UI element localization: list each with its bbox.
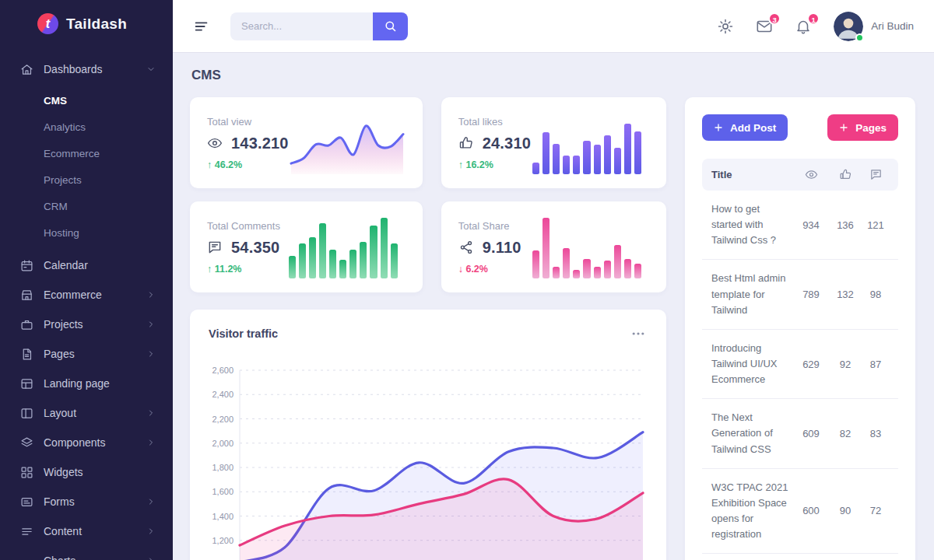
post-row[interactable]: W3C TPAC 2021 Exhibition Space opens for… <box>702 469 898 555</box>
card-menu-button[interactable] <box>630 325 648 342</box>
sidebar-item-label: Ecommerce <box>44 289 102 301</box>
forms-icon <box>20 495 33 509</box>
stat-card-total-share: Total Share 9.110 ↓ 6.2% <box>441 201 666 292</box>
widgets-icon <box>20 466 33 479</box>
sidebar-item-label: Calendar <box>44 259 88 271</box>
stat-delta: ↓ 6.2% <box>458 264 521 275</box>
stat-label: Total likes <box>458 116 531 128</box>
bar <box>604 261 611 278</box>
svg-text:2,200: 2,200 <box>212 415 234 424</box>
sidebar-item-ecommerce[interactable]: Ecommerce <box>0 280 173 310</box>
stat-card-total-comments: Total Comments 54.350 ↑ 11.2% <box>190 201 423 292</box>
post-views: 934 <box>802 219 820 231</box>
add-post-button[interactable]: Add Post <box>702 114 788 141</box>
post-likes: 82 <box>840 428 851 439</box>
sidebar-subitem-analytics[interactable]: Analytics <box>0 114 173 140</box>
chevron-right-icon <box>146 497 156 506</box>
sidebar-item-widgets[interactable]: Widgets <box>0 457 173 487</box>
sidebar-item-projects[interactable]: Projects <box>0 310 173 339</box>
components-icon <box>20 436 33 450</box>
post-row[interactable]: Minecraft Wild Update's Deep 529 72 81 <box>702 554 898 560</box>
stat-delta: ↑ 16.2% <box>458 159 531 170</box>
comment-icon <box>207 240 223 255</box>
post-views: 789 <box>802 289 820 300</box>
stat-label: Total Share <box>458 220 521 232</box>
search-button[interactable] <box>373 12 408 40</box>
home-icon <box>20 63 33 76</box>
stat-delta: ↑ 46.2% <box>207 159 289 170</box>
sidebar-item-pages[interactable]: Pages <box>0 339 173 369</box>
stat-info: Total Comments 54.350 ↑ 11.2% <box>207 220 280 275</box>
topbar-actions: 3 1 Ari Budin <box>717 12 914 41</box>
main-content: CMS Total view 143.210 ↑ 46.2% Total lik… <box>173 52 934 560</box>
post-title[interactable]: W3C TPAC 2021 Exhibition Space opens for… <box>711 480 794 543</box>
messages-badge: 3 <box>768 12 781 25</box>
svg-text:1,800: 1,800 <box>212 463 234 472</box>
post-row[interactable]: The Next Generation of Tailwind CSS 609 … <box>702 399 898 468</box>
layout-icon <box>20 407 33 420</box>
stat-delta: ↑ 11.2% <box>207 264 280 275</box>
post-likes: 90 <box>840 505 851 516</box>
sidebar-item-landing-page[interactable]: Landing page <box>0 369 173 398</box>
charts-icon <box>20 555 33 560</box>
bar <box>563 248 570 278</box>
sidebar-item-label: Projects <box>44 318 83 331</box>
stat-label: Total view <box>207 116 289 128</box>
post-comments: 87 <box>870 359 881 370</box>
post-row[interactable]: How to get started with Tailwind Css ? 9… <box>702 191 898 260</box>
sidebar-subitem-projects[interactable]: Projects <box>0 166 173 193</box>
sidebar-subitem-ecommerce[interactable]: Ecommerce <box>0 140 173 166</box>
stat-chart-total-view <box>289 112 406 174</box>
sidebar-subitem-hosting[interactable]: Hosting <box>0 219 173 246</box>
stat-card-total-view: Total view 143.210 ↑ 46.2% <box>190 97 423 188</box>
messages-button[interactable]: 3 <box>756 17 774 36</box>
sidebar-submenu: CMSAnalyticsEcommerceProjectsCRMHosting <box>0 84 173 250</box>
search-input[interactable] <box>230 12 373 40</box>
chevron-right-icon <box>146 527 156 536</box>
sidebar-item-components[interactable]: Components <box>0 428 173 457</box>
chevron-right-icon <box>146 290 156 299</box>
notifications-button[interactable]: 1 <box>795 17 813 36</box>
menu-toggle-button[interactable] <box>193 17 212 36</box>
search-group <box>230 12 408 40</box>
post-views: 600 <box>802 505 820 516</box>
chevron-right-icon <box>146 349 156 359</box>
sidebar-item-charts[interactable]: Charts <box>0 546 173 560</box>
posts-table-body: How to get started with Tailwind Css ? 9… <box>702 191 898 560</box>
eye-icon <box>805 168 818 181</box>
plus-icon <box>714 123 723 132</box>
pages-button[interactable]: Pages <box>827 114 898 141</box>
stats-grid: Total view 143.210 ↑ 46.2% Total likes 2… <box>190 97 666 292</box>
post-title[interactable]: How to get started with Tailwind Css ? <box>711 201 794 248</box>
svg-text:2,400: 2,400 <box>212 390 234 399</box>
sidebar-item-label: Dashboards <box>44 63 103 75</box>
ellipsis-icon <box>630 326 648 341</box>
visitor-traffic-card: Visitor traffic 2,6002,4002,2002,0001,80… <box>190 310 666 560</box>
bar <box>360 242 367 278</box>
sidebar-subitem-crm[interactable]: CRM <box>0 193 173 219</box>
bar <box>289 256 296 278</box>
sidebar-subitem-cms[interactable]: CMS <box>0 87 173 114</box>
bar <box>634 131 641 174</box>
sidebar-item-content[interactable]: Content <box>0 516 173 546</box>
post-row[interactable]: Best Html admin template for Tailwind 78… <box>702 260 898 329</box>
search-icon <box>384 19 397 33</box>
bar <box>583 259 590 278</box>
sidebar-item-forms[interactable]: Forms <box>0 487 173 516</box>
post-title[interactable]: Best Html admin template for Tailwind <box>711 271 794 317</box>
bar <box>624 259 631 278</box>
post-title[interactable]: The Next Generation of Tailwind CSS <box>711 410 794 457</box>
chevron-right-icon <box>146 320 156 329</box>
chevron-right-icon <box>146 556 156 560</box>
post-row[interactable]: Introducing Tailwind UI/UX Ecommerce 629… <box>702 330 898 399</box>
sidebar-item-layout[interactable]: Layout <box>0 398 173 428</box>
content-icon <box>20 525 33 538</box>
app-logo[interactable]: t Taildash <box>0 0 173 45</box>
post-title[interactable]: Introducing Tailwind UI/UX Ecommerce <box>711 341 794 387</box>
sidebar-item-dashboards[interactable]: Dashboards <box>0 54 173 84</box>
settings-button[interactable] <box>717 17 736 36</box>
sidebar-item-calendar[interactable]: Calendar <box>0 250 173 280</box>
page-title: CMS <box>191 68 915 83</box>
sidebar-item-label: Landing page <box>44 377 110 390</box>
user-menu[interactable]: Ari Budin <box>834 12 914 41</box>
